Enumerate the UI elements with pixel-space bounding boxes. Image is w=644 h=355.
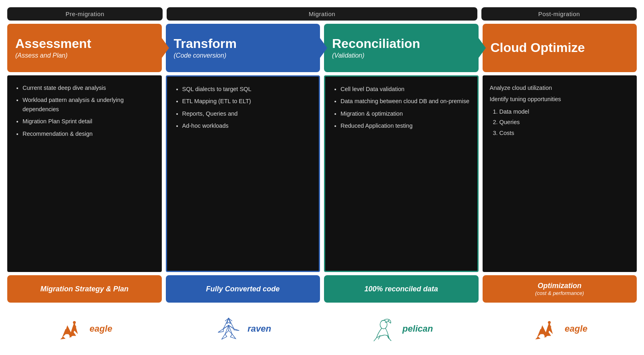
pelican-icon [369, 315, 398, 343]
reconciliation-footer: 100% reconciled data [324, 275, 479, 303]
cloud-optimize-num-3: Costs [500, 129, 630, 137]
cloud-optimize-footer-subtitle: (cost & performance) [535, 290, 584, 296]
assessment-item-1: Current state deep dive analysis [23, 83, 155, 92]
transform-arrow [318, 36, 327, 60]
eagle-icon-1 [57, 315, 85, 343]
transform-item-2: ETL Mapping (ETL to ELT) [182, 97, 312, 106]
svg-marker-8 [218, 329, 223, 332]
cloud-optimize-num-1: Data model [500, 107, 630, 116]
cloud-optimize-footer: Optimization (cost & performance) [483, 275, 637, 303]
svg-point-22 [548, 321, 551, 324]
birds-row: eagle raven [7, 307, 637, 351]
main-container: Pre-migration Migration Post-migration A… [0, 0, 644, 355]
svg-marker-10 [221, 334, 227, 339]
reconciliation-item-4: Reduced Application testing [341, 121, 470, 130]
reconciliation-arrow [477, 36, 486, 60]
transform-footer-text: Fully Converted code [206, 285, 280, 293]
reconciliation-item-1: Cell level Data validation [341, 85, 470, 93]
svg-marker-5 [60, 336, 65, 339]
bird-cell-eagle-1: eagle [7, 307, 162, 351]
reconciliation-header: Reconciliation (Validation) [324, 24, 479, 72]
reconciliation-title: Reconciliation [332, 37, 420, 51]
cloud-optimize-num-2: Queries [500, 118, 630, 127]
reconciliation-footer-text: 100% reconciled data [364, 285, 438, 293]
column-transform: Transform (Code conversion) SQL dialects… [166, 24, 320, 303]
reconciliation-content: Cell level Data validation Data matching… [324, 75, 479, 272]
cloud-optimize-content: Analyze cloud utilization Identify tunin… [483, 75, 637, 272]
svg-point-3 [73, 321, 76, 324]
column-reconciliation: Reconciliation (Validation) Cell level D… [324, 24, 479, 303]
eagle-label-1: eagle [90, 324, 112, 334]
assessment-item-3: Migration Plan Sprint detail [23, 117, 155, 126]
assessment-subtitle: (Assess and Plan) [15, 52, 68, 59]
svg-marker-9 [234, 329, 239, 330]
column-assessment: Assessment (Assess and Plan) Current sta… [7, 24, 162, 303]
phase-labels-row: Pre-migration Migration Post-migration [7, 7, 637, 21]
cloud-optimize-footer-content: Optimization (cost & performance) [535, 282, 584, 296]
cloud-optimize-header: Cloud Optimize [483, 24, 637, 72]
phase-migration: Migration [167, 7, 477, 21]
reconciliation-item-3: Migration & optimization [341, 109, 470, 118]
assessment-title: Assessment [15, 37, 91, 51]
transform-subtitle: (Code conversion) [174, 52, 227, 59]
transform-list: SQL dialects to target SQL ETL Mapping (… [174, 85, 312, 131]
transform-item-1: SQL dialects to target SQL [182, 85, 312, 93]
reconciliation-subtitle: (Validation) [332, 52, 364, 59]
bird-cell-eagle-2: eagle [483, 307, 637, 351]
transform-item-4: Ad-hoc workloads [182, 121, 312, 130]
transform-content: SQL dialects to target SQL ETL Mapping (… [166, 75, 320, 272]
cloud-optimize-footer-text: Optimization [538, 282, 582, 290]
phase-pre-migration: Pre-migration [7, 7, 163, 21]
transform-item-3: Reports, Queries and [182, 109, 312, 118]
columns-row: Assessment (Assess and Plan) Current sta… [7, 24, 637, 303]
transform-footer: Fully Converted code [166, 275, 320, 303]
transform-title: Transform [174, 37, 237, 51]
assessment-arrow [160, 36, 169, 60]
svg-point-18 [380, 320, 387, 329]
raven-icon [215, 315, 243, 343]
phase-post-migration: Post-migration [481, 7, 637, 21]
eagle-label-2: eagle [565, 324, 587, 334]
svg-marker-11 [230, 334, 235, 338]
cloud-optimize-title: Cloud Optimize [491, 41, 585, 55]
transform-header: Transform (Code conversion) [166, 24, 320, 72]
eagle-icon-2 [532, 315, 560, 343]
raven-label: raven [248, 324, 271, 334]
assessment-footer-text: Migration Strategy & Plan [40, 285, 128, 293]
reconciliation-list: Cell level Data validation Data matching… [332, 85, 470, 131]
assessment-item-2: Workload pattern analysis & underlying d… [23, 95, 155, 114]
svg-marker-24 [535, 336, 541, 339]
cloud-optimize-line-2: Identify tuning opportunities [490, 95, 630, 104]
assessment-list: Current state deep dive analysis Workloa… [14, 83, 155, 138]
assessment-item-4: Recommendation & design [23, 129, 155, 138]
column-cloud-optimize: Cloud Optimize Analyze cloud utilization… [483, 24, 637, 303]
cloud-optimize-numbered-list: Data model Queries Costs [490, 107, 630, 137]
assessment-header: Assessment (Assess and Plan) [7, 24, 162, 72]
pelican-label: pelican [402, 324, 433, 334]
assessment-footer: Migration Strategy & Plan [7, 275, 162, 303]
bird-cell-pelican: pelican [324, 307, 479, 351]
reconciliation-item-2: Data matching between cloud DB and on-pr… [341, 97, 470, 106]
cloud-optimize-line-1: Analyze cloud utilization [490, 83, 630, 92]
bird-cell-raven: raven [166, 307, 320, 351]
assessment-content: Current state deep dive analysis Workloa… [7, 75, 162, 272]
